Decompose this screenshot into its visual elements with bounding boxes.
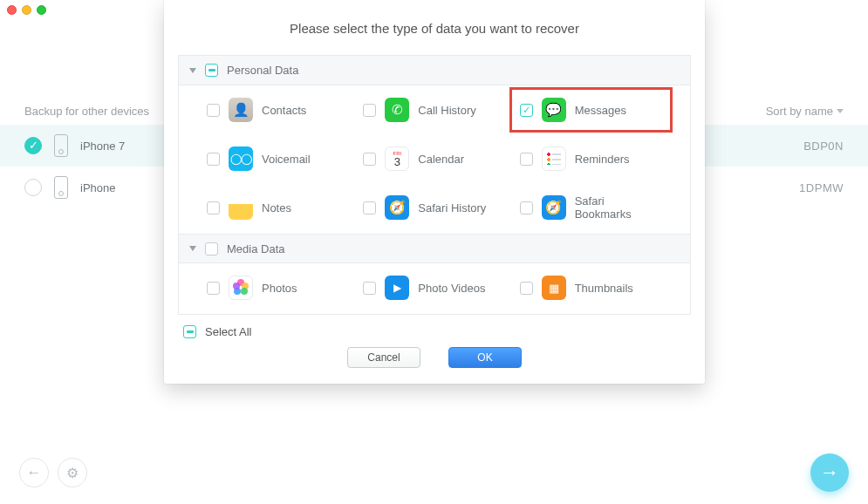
voicemail-icon: ◯◯ — [229, 146, 253, 171]
section-title: Personal Data — [227, 64, 298, 77]
checkbox-contacts[interactable] — [207, 104, 220, 117]
item-label: Voicemail — [262, 153, 311, 166]
cancel-button[interactable]: Cancel — [347, 347, 420, 368]
item-label: Reminders — [575, 153, 630, 166]
disclosure-icon — [189, 246, 196, 251]
section-title: Media Data — [227, 242, 284, 255]
device-radio[interactable] — [24, 137, 42, 154]
select-all-label: Select All — [205, 325, 251, 338]
section-header-media[interactable]: Media Data — [179, 234, 690, 263]
personal-data-grid: 👤 Contacts ✆ Call History 💬 Messages — [179, 85, 690, 234]
safari-bookmarks-icon: 🧭 — [542, 195, 566, 220]
backup-header-label: Backup for other devices — [24, 105, 149, 118]
item-label: Safari Bookmarks — [575, 194, 662, 221]
section-header-personal[interactable]: Personal Data — [179, 56, 690, 85]
arrow-left-icon: ← — [27, 464, 42, 481]
sort-dropdown[interactable]: Sort by name — [766, 105, 844, 118]
calendar-icon: FRI 3 — [385, 146, 409, 171]
item-label: Photos — [262, 282, 297, 295]
data-type-messages[interactable]: 💬 Messages — [516, 94, 666, 126]
data-type-notes[interactable]: Notes — [203, 192, 352, 223]
item-label: Contacts — [262, 104, 306, 117]
data-type-safari-bookmarks[interactable]: 🧭 Safari Bookmarks — [516, 192, 666, 223]
back-button[interactable]: ← — [19, 458, 49, 487]
item-label: Thumbnails — [575, 282, 633, 295]
minimize-window-button[interactable] — [22, 5, 31, 15]
reminders-icon — [542, 146, 566, 171]
select-all-row[interactable]: Select All — [183, 325, 691, 338]
window-controls — [7, 5, 46, 15]
data-type-photos[interactable]: Photos — [203, 272, 352, 303]
device-id: 1DPMW — [799, 181, 844, 194]
section-checkbox-media[interactable] — [205, 242, 218, 255]
data-type-safari-history[interactable]: 🧭 Safari History — [359, 192, 509, 223]
item-label: Call History — [418, 104, 475, 117]
phone-icon — [54, 176, 68, 199]
disclosure-icon — [189, 68, 196, 73]
data-type-photo-videos[interactable]: ▶ Photo Videos — [359, 272, 509, 303]
select-data-type-modal: Please select the type of data you want … — [164, 0, 705, 384]
ok-button[interactable]: OK — [448, 347, 522, 368]
checkbox-notes[interactable] — [207, 201, 220, 215]
phone-icon — [54, 134, 68, 157]
photos-icon — [229, 276, 253, 300]
safari-history-icon: 🧭 — [385, 195, 409, 220]
item-label: Notes — [262, 201, 291, 215]
item-label: Calendar — [418, 153, 464, 166]
chevron-down-icon — [837, 109, 844, 113]
highlight-box — [509, 87, 673, 133]
data-type-calendar[interactable]: FRI 3 Calendar — [359, 143, 509, 174]
settings-button[interactable]: ⚙ — [58, 458, 87, 487]
checkbox-photo-videos[interactable] — [363, 282, 376, 295]
checkbox-thumbnails[interactable] — [520, 282, 533, 295]
checkbox-safari-history[interactable] — [363, 201, 376, 215]
next-button[interactable]: → — [810, 453, 849, 492]
notes-icon — [229, 195, 253, 220]
photo-videos-icon: ▶ — [385, 276, 409, 300]
calendar-icon-day: 3 — [394, 156, 400, 167]
data-type-call-history[interactable]: ✆ Call History — [359, 94, 509, 126]
close-window-button[interactable] — [7, 5, 17, 15]
contacts-icon: 👤 — [229, 98, 253, 122]
data-type-reminders[interactable]: Reminders — [516, 143, 666, 174]
checkbox-calendar[interactable] — [363, 153, 376, 166]
data-type-panel: Personal Data 👤 Contacts ✆ Call History … — [178, 55, 691, 315]
item-label: Safari History — [418, 201, 486, 215]
modal-title: Please select the type of data you want … — [178, 21, 691, 36]
device-radio[interactable] — [24, 179, 42, 196]
checkbox-safari-bookmarks[interactable] — [520, 201, 533, 215]
media-data-grid: Photos ▶ Photo Videos ▦ Thumbnails — [179, 263, 690, 314]
select-all-checkbox[interactable] — [183, 325, 196, 338]
maximize-window-button[interactable] — [37, 5, 46, 15]
data-type-voicemail[interactable]: ◯◯ Voicemail — [203, 143, 352, 174]
checkbox-reminders[interactable] — [520, 153, 533, 166]
data-type-contacts[interactable]: 👤 Contacts — [203, 94, 352, 126]
checkbox-call-history[interactable] — [363, 104, 376, 117]
sort-label: Sort by name — [766, 105, 833, 118]
device-id: BDP0N — [803, 140, 844, 153]
arrow-right-icon: → — [820, 461, 839, 484]
thumbnails-icon: ▦ — [542, 276, 566, 300]
checkbox-photos[interactable] — [207, 282, 220, 295]
item-label: Photo Videos — [418, 282, 485, 295]
section-checkbox-personal[interactable] — [205, 64, 218, 77]
data-type-thumbnails[interactable]: ▦ Thumbnails — [516, 272, 666, 303]
call-history-icon: ✆ — [385, 98, 409, 122]
checkbox-voicemail[interactable] — [207, 153, 220, 166]
gear-icon: ⚙ — [66, 465, 79, 481]
